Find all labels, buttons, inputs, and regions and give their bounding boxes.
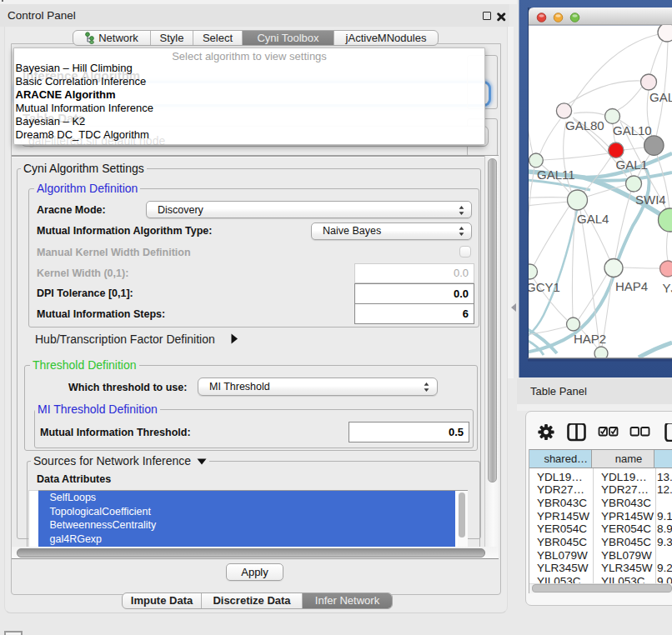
svg-text:HAP2: HAP2 xyxy=(574,332,606,346)
svg-text:SWI4: SWI4 xyxy=(635,192,666,207)
svg-text:GAL10: GAL10 xyxy=(613,123,652,138)
svg-text:GAL4: GAL4 xyxy=(577,212,609,226)
svg-text:HAP4: HAP4 xyxy=(615,279,648,293)
svg-text:YJ: YJ xyxy=(663,281,672,295)
svg-text:GAL80: GAL80 xyxy=(565,118,604,132)
svg-text:GAL1: GAL1 xyxy=(616,158,648,172)
svg-text:GAL11: GAL11 xyxy=(537,168,575,182)
svg-text:GCY1: GCY1 xyxy=(526,280,560,294)
svg-text:GAL7: GAL7 xyxy=(649,90,672,104)
